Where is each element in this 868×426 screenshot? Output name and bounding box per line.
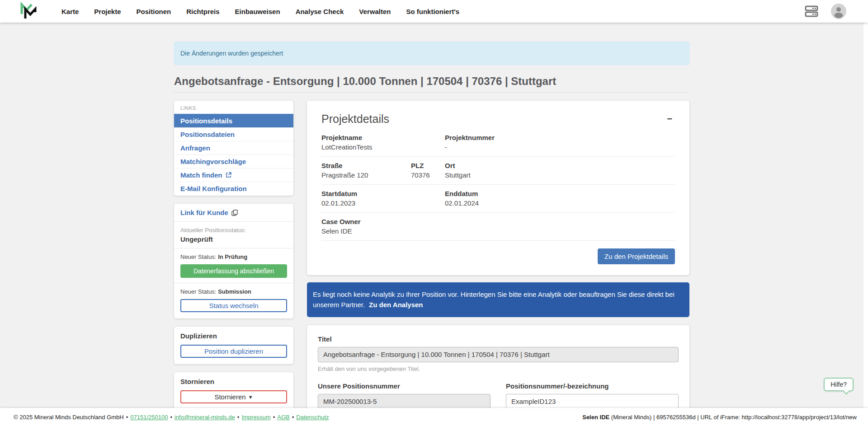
field-label: Case Owner — [321, 218, 445, 225]
new-status-value: Submission — [218, 288, 251, 295]
footer-link-phone[interactable]: 07151/250100 — [130, 414, 168, 421]
customer-link-label: Link für Kunde — [180, 209, 228, 216]
nav-item-projekte[interactable]: Projekte — [94, 8, 121, 15]
nav-item-positionen[interactable]: Positionen — [137, 8, 171, 15]
field-value: - — [445, 143, 675, 151]
separator: • — [170, 414, 172, 421]
new-status-value: In Prüfung — [218, 253, 247, 260]
new-status-label: Neuer Status: — [180, 288, 217, 295]
field-value: 70376 — [411, 171, 445, 179]
complete-data-entry-button[interactable]: Datenerfassung abschließen — [180, 264, 287, 278]
user-avatar-icon[interactable] — [831, 4, 846, 19]
sidebar-item-label: Match finden — [180, 171, 222, 179]
field-strasse: Straße Pragstraße 120 — [321, 162, 411, 179]
footer-left: © 2025 Mineral Minds Deutschland GmbH • … — [14, 414, 329, 421]
mineral-minds-logo[interactable] — [18, 1, 38, 21]
titel-help-text: Erhält den von uns vorgegebenen Titel. — [318, 365, 679, 372]
sidebar-item-label: Anfragen — [180, 144, 210, 152]
sidebar-item-match-finden[interactable]: Match finden — [174, 168, 293, 182]
caret-down-icon: ▼ — [248, 394, 253, 400]
position-form-card: Titel Erhält den von uns vorgegebenen Ti… — [307, 325, 689, 408]
nav-item-karte[interactable]: Karte — [61, 8, 79, 15]
field-label: Projektname — [321, 134, 445, 141]
field-value: LotCreationTests — [321, 143, 445, 151]
copyright-text: © 2025 Mineral Minds Deutschland GmbH — [14, 414, 124, 421]
separator: • — [273, 414, 275, 421]
sidebar-item-label: Matchingvorschläge — [180, 158, 246, 165]
scrollbar-track[interactable] — [863, 23, 868, 408]
nav-item-analyse-check[interactable]: Analyse Check — [296, 8, 344, 15]
sidebar-item-positionsdateien[interactable]: Positionsdateien — [174, 127, 293, 141]
field-label: Straße — [321, 162, 411, 169]
copy-icon — [231, 210, 238, 216]
project-details-heading: Projektdetails — [321, 112, 389, 126]
sidebar-item-email-konfiguration[interactable]: E-Mail Konfiguration — [174, 182, 293, 195]
field-value: 02.01.2023 — [321, 199, 445, 207]
go-to-analyses-link[interactable]: Zu den Analysen — [369, 301, 423, 309]
titel-input — [318, 347, 679, 362]
cancel-header: Stornieren — [180, 378, 287, 385]
custom-position-number-input[interactable] — [506, 394, 679, 408]
separator: • — [292, 414, 294, 421]
cancel-dropdown-button[interactable]: Stornieren▼ — [180, 390, 287, 403]
divider — [174, 248, 293, 248]
new-status-1: Neuer Status: In Prüfung — [180, 253, 287, 260]
sidebar-item-label: Positionsdateien — [180, 131, 235, 138]
divider — [174, 221, 293, 222]
help-button[interactable]: Hilfe? — [824, 378, 854, 391]
field-startdatum: Startdatum 02.01.2023 — [321, 190, 445, 207]
separator: • — [126, 414, 128, 421]
switch-status-button[interactable]: Status wechseln — [180, 299, 287, 312]
our-position-number-input — [318, 394, 491, 408]
footer-link-agb[interactable]: AGB — [277, 414, 289, 421]
sidebar-item-positionsdetails[interactable]: Positionsdetails — [174, 114, 293, 127]
nav-item-richtpreis[interactable]: Richtpreis — [186, 8, 219, 15]
status-card: Link für Kunde Aktueller Positionsstatus… — [174, 204, 293, 318]
sidebar: LINKS Positionsdetails Positionsdateien … — [174, 101, 293, 408]
banner-text: Es liegt noch keine Analytik zu Ihrer Po… — [313, 290, 675, 309]
field-label: Startdatum — [321, 190, 445, 197]
project-row-dates: Startdatum 02.01.2023 Enddatum 02.01.202… — [321, 185, 675, 213]
logo-icon — [18, 1, 38, 21]
titel-label: Titel — [318, 335, 679, 343]
field-value: Selen IDE — [321, 227, 445, 235]
analytics-info-banner: Es liegt noch keine Analytik zu Ihrer Po… — [307, 282, 689, 317]
new-status-label: Neuer Status: — [180, 253, 217, 260]
sidebar-item-anfragen[interactable]: Anfragen — [174, 141, 293, 154]
current-status-label: Aktueller Positionsstatus: — [180, 227, 287, 234]
project-row-owner: Case Owner Selen IDE — [321, 213, 675, 241]
footer-link-impressum[interactable]: Impressum — [241, 414, 270, 421]
session-user: Selen IDE — [582, 414, 609, 421]
save-success-alert: Die Änderungen wurden gespeichert — [174, 42, 689, 65]
divider — [174, 283, 293, 283]
nav-item-einbauweisen[interactable]: Einbauweisen — [235, 8, 280, 15]
field-value: 02.01.2024 — [445, 199, 675, 207]
field-value: Stuttgart — [445, 171, 675, 179]
sidebar-item-label: Positionsdetails — [180, 117, 232, 125]
nav-item-verwalten[interactable]: Verwalten — [359, 8, 391, 15]
session-details: (Mineral Minds) | 69576255536d | URL of … — [609, 414, 857, 421]
field-projektname: Projektname LotCreationTests — [321, 134, 445, 151]
customer-link[interactable]: Link für Kunde — [180, 209, 238, 216]
project-row-address: Straße Pragstraße 120 PLZ 70376 Ort Stut… — [321, 157, 675, 185]
field-enddatum: Enddatum 02.01.2024 — [445, 190, 675, 207]
sidebar-item-label: E-Mail Konfiguration — [180, 185, 247, 192]
footer-link-email[interactable]: info@mineral-minds.de — [175, 414, 235, 421]
duplicate-position-button[interactable]: Position duplizieren — [180, 345, 287, 358]
field-projektnummer: Projektnummer - — [445, 134, 675, 151]
field-label: Projektnummer — [445, 134, 675, 141]
footer-link-datenschutz[interactable]: Datenschutz — [296, 414, 329, 421]
field-label: Ort — [445, 162, 675, 169]
links-card: LINKS Positionsdetails Positionsdateien … — [174, 101, 293, 196]
collapse-icon[interactable]: − — [664, 112, 675, 125]
nav-item-so-funktionierts[interactable]: So funktioniert's — [406, 8, 459, 15]
go-to-project-details-button[interactable]: Zu den Projektdetails — [598, 248, 675, 264]
external-link-icon — [226, 172, 231, 178]
alert-text: Die Änderungen wurden gespeichert — [180, 50, 283, 57]
card-reader-icon[interactable] — [804, 5, 819, 18]
sidebar-item-matchingvorschlaege[interactable]: Matchingvorschläge — [174, 154, 293, 168]
field-value: Pragstraße 120 — [321, 171, 411, 179]
field-label: PLZ — [411, 162, 445, 169]
session-info: Selen IDE (Mineral Minds) | 69576255536d… — [582, 414, 857, 421]
duplicate-header: Duplizieren — [180, 332, 287, 340]
